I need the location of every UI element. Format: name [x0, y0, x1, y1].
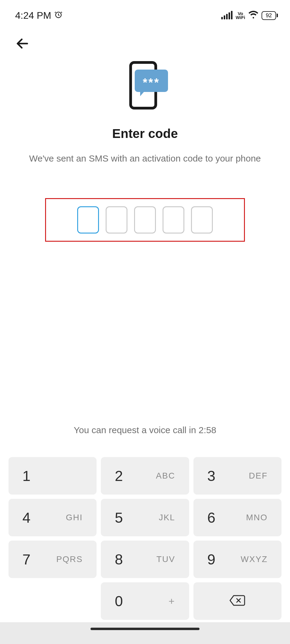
hero-section: *** Enter code We've sent an SMS with an…	[0, 52, 290, 165]
key-letters: DEF	[249, 471, 268, 481]
system-nav-bar	[0, 622, 290, 644]
status-time-group: 4:24 PM	[15, 10, 63, 21]
key-7[interactable]: 7 PQRS	[8, 541, 97, 578]
key-8[interactable]: 8 TUV	[101, 541, 189, 578]
status-bar: 4:24 PM Vo WiFi 92	[0, 0, 290, 24]
key-digit: 9	[207, 551, 216, 568]
key-5[interactable]: 5 JKL	[101, 499, 189, 536]
key-letters: +	[169, 595, 175, 607]
key-letters: GHI	[66, 513, 83, 522]
numeric-keypad: 1 2 ABC 3 DEF 4 GHI 5 JKL 6 MNO 7 PQRS 8…	[0, 457, 290, 620]
home-indicator[interactable]	[91, 628, 199, 630]
status-time: 4:24 PM	[15, 10, 51, 21]
battery-level: 92	[262, 11, 276, 20]
key-letters: TUV	[157, 554, 175, 564]
key-0[interactable]: 0 +	[101, 582, 189, 620]
alarm-icon	[54, 10, 63, 21]
page-title: Enter code	[112, 126, 178, 141]
key-blank	[8, 582, 97, 620]
key-digit: 6	[207, 509, 216, 526]
topbar	[0, 24, 290, 52]
key-4[interactable]: 4 GHI	[8, 499, 97, 536]
key-digit: 3	[207, 468, 216, 484]
key-digit: 1	[22, 468, 31, 484]
status-right-group: Vo WiFi 92	[221, 10, 278, 21]
key-digit: 7	[22, 551, 31, 568]
backspace-icon	[229, 594, 246, 608]
vowifi-icon: Vo WiFi	[236, 11, 245, 20]
code-digit-4[interactable]	[163, 206, 184, 234]
code-digit-3[interactable]	[134, 206, 156, 234]
key-6[interactable]: 6 MNO	[193, 499, 282, 536]
code-digit-2[interactable]	[106, 206, 127, 234]
code-digit-5[interactable]	[191, 206, 213, 234]
page-subtitle: We've sent an SMS with an activation cod…	[14, 152, 276, 165]
back-arrow-icon[interactable]	[15, 47, 30, 52]
wifi-icon	[248, 10, 259, 21]
key-1[interactable]: 1	[8, 457, 97, 495]
key-letters: ABC	[156, 471, 175, 481]
key-digit: 5	[115, 509, 123, 526]
code-digit-1[interactable]	[77, 206, 99, 234]
vowifi-bottom: WiFi	[236, 15, 245, 20]
key-digit: 4	[22, 509, 31, 526]
key-2[interactable]: 2 ABC	[101, 457, 189, 495]
key-backspace[interactable]	[193, 582, 282, 620]
battery-icon: 92	[262, 11, 278, 20]
key-letters: MNO	[246, 513, 268, 522]
key-letters: JKL	[159, 513, 175, 522]
phone-sms-icon: ***	[124, 61, 166, 116]
bubble-stars: ***	[143, 77, 160, 88]
signal-icon	[221, 11, 232, 19]
code-entry-highlight	[45, 198, 245, 242]
key-letters: WXYZ	[241, 554, 268, 564]
key-digit: 2	[115, 468, 123, 484]
key-digit: 8	[115, 551, 123, 568]
key-digit: 0	[115, 593, 123, 610]
key-9[interactable]: 9 WXYZ	[193, 541, 282, 578]
key-3[interactable]: 3 DEF	[193, 457, 282, 495]
voice-call-hint: You can request a voice call in 2:58	[0, 425, 290, 435]
key-letters: PQRS	[56, 554, 83, 564]
